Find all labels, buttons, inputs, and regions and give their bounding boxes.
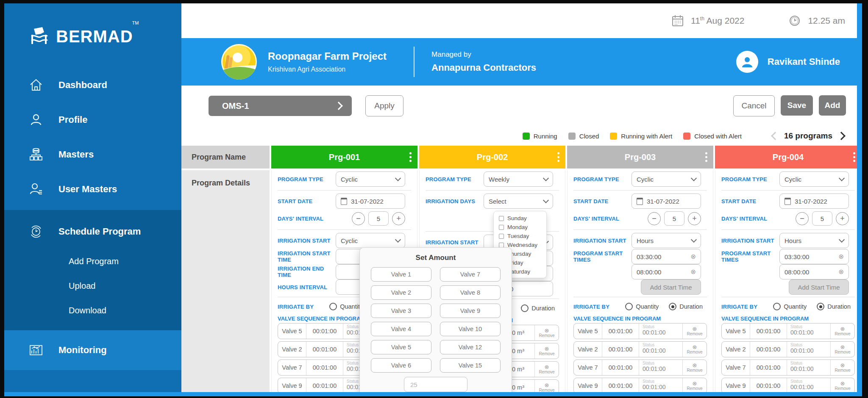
remove-valve-button[interactable]: ⊗Remove	[831, 360, 854, 375]
start-date-input[interactable]: 31-07-2022	[779, 193, 849, 209]
irrigate-by-duration-radio[interactable]: Duration	[817, 303, 851, 310]
start-time-input-2[interactable]: 08:00:00⊗	[632, 264, 701, 279]
irrigate-by-quantity-radio[interactable]: Quantity	[625, 303, 659, 310]
checkbox-icon[interactable]	[499, 243, 504, 248]
program-menu-icon[interactable]	[853, 152, 855, 162]
day-option-sunday[interactable]: Sunday	[499, 214, 541, 223]
checkbox-icon[interactable]	[499, 216, 504, 221]
valve-button-6[interactable]: Valve 6	[371, 358, 431, 373]
day-option-monday[interactable]: Monday	[499, 223, 541, 232]
legend-swatch-closed-alert	[683, 133, 690, 140]
sidebar-item-profile[interactable]: Profile	[4, 102, 181, 137]
irrigation-start-select[interactable]: Cyclic	[336, 233, 405, 248]
pager-prev-icon[interactable]	[771, 132, 779, 140]
clear-time-icon[interactable]: ⊗	[690, 268, 696, 276]
checkbox-icon[interactable]	[499, 225, 504, 230]
valve-button-7[interactable]: Valve 7	[440, 267, 501, 282]
irrigate-by-quantity-radio[interactable]: Quantity	[773, 303, 807, 310]
minus-button[interactable]: −	[648, 212, 661, 225]
irrigate-by-duration-radio[interactable]: Duration	[669, 303, 703, 310]
clear-time-icon[interactable]: ⊗	[838, 268, 844, 276]
oms-selector-button[interactable]: OMS-1	[209, 96, 352, 116]
sidebar-item-add-program[interactable]: Add Program	[4, 249, 181, 274]
pager-next-icon[interactable]	[837, 132, 846, 140]
start-date-input[interactable]: 31-07-2022	[632, 193, 701, 209]
legend-swatch-running	[523, 133, 530, 140]
sidebar-item-dashboard[interactable]: Dashboard	[4, 68, 181, 102]
remove-valve-button[interactable]: ⊗Remove	[831, 378, 854, 393]
add-button[interactable]: Add	[819, 95, 846, 116]
valve-button-8[interactable]: Valve 8	[440, 285, 501, 300]
program-menu-icon[interactable]	[409, 152, 412, 162]
clear-time-icon[interactable]: ⊗	[690, 253, 696, 260]
days-interval-value[interactable]: 5	[664, 211, 684, 226]
sidebar: BERMADTM Dashboard Profile	[4, 3, 181, 392]
irrigation-start-select[interactable]: Hours	[632, 233, 701, 248]
program-type-select[interactable]: Cyclic	[632, 171, 701, 187]
sidebar-item-download[interactable]: Download	[4, 298, 181, 323]
start-time-input-1[interactable]: 03:30:00⊗	[779, 249, 849, 264]
plus-button[interactable]: +	[688, 212, 701, 225]
sidebar-item-masters[interactable]: Masters	[4, 137, 181, 172]
irrigate-by-duration-radio[interactable]: Duration	[521, 304, 555, 312]
irrigation-start-select[interactable]: Hours	[779, 233, 849, 248]
valve-button-5[interactable]: Valve 5	[371, 340, 431, 354]
remove-valve-button[interactable]: ⊗Remove	[683, 323, 707, 339]
valve-button-2[interactable]: Valve 2	[371, 285, 431, 300]
user-avatar[interactable]	[736, 51, 758, 73]
plus-button[interactable]: +	[836, 212, 849, 225]
days-interval-stepper: − 5 +	[648, 211, 701, 226]
remove-valve-button[interactable]: ⊗Remove	[683, 342, 707, 357]
clear-time-icon[interactable]: ⊗	[838, 253, 844, 260]
irrigation-days-select[interactable]: Select	[484, 193, 553, 209]
program-type-select[interactable]: Weekly	[484, 171, 553, 187]
days-interval-value[interactable]: 5	[368, 211, 389, 226]
valve-button-15[interactable]: Valve 15	[440, 358, 501, 373]
remove-valve-button[interactable]: ⊗Remove	[535, 380, 559, 395]
plus-button[interactable]: +	[392, 212, 405, 225]
program-menu-icon[interactable]	[705, 152, 707, 162]
add-start-time-button[interactable]: Add Start Time	[641, 279, 701, 295]
apply-button[interactable]: Apply	[365, 95, 403, 116]
remove-valve-button[interactable]: ⊗Remove	[535, 325, 559, 340]
save-button[interactable]: Save	[781, 95, 813, 116]
remove-valve-button[interactable]: ⊗Remove	[683, 360, 707, 375]
valve-button-1[interactable]: Valve 1	[371, 267, 431, 282]
remove-valve-button[interactable]: ⊗Remove	[831, 342, 854, 357]
calendar-glyph-icon	[785, 198, 791, 205]
sidebar-item-schedule-program[interactable]: Schedule Program	[4, 214, 181, 249]
legend-closed: Closed	[568, 133, 599, 140]
remove-valve-button[interactable]: ⊗Remove	[535, 343, 559, 359]
days-interval-value[interactable]: 5	[812, 211, 832, 226]
remove-valve-button[interactable]: ⊗Remove	[535, 362, 559, 377]
grid-label-column: Program Name Program Details	[181, 146, 270, 392]
remove-valve-button[interactable]: ⊗Remove	[831, 323, 854, 339]
remove-valve-button[interactable]: ⊗Remove	[683, 378, 707, 393]
amount-input[interactable]	[404, 377, 467, 392]
chevron-down-icon	[395, 175, 401, 181]
valve-button-9[interactable]: Valve 9	[440, 304, 501, 318]
sidebar-item-label: Monitoring	[58, 345, 107, 356]
cancel-button[interactable]: Cancel	[733, 95, 775, 116]
irrigate-by-quantity-radio[interactable]: Quantity	[329, 303, 363, 310]
program-type-select[interactable]: Cyclic	[336, 171, 405, 187]
start-date-input[interactable]: 31-07-2022	[336, 193, 405, 209]
valve-button-10[interactable]: Valve 10	[440, 322, 501, 336]
sidebar-item-user-masters[interactable]: User Masters	[4, 172, 181, 207]
valve-button-12[interactable]: Valve 12	[440, 340, 501, 354]
start-time-input-1[interactable]: 03:30:00⊗	[632, 249, 701, 264]
minus-button[interactable]: −	[352, 212, 365, 225]
day-option-tuesday[interactable]: Tuesday	[499, 232, 541, 240]
valve-row: Valve 7 00:01:00 Status00:01:00 ⊗Remove	[721, 359, 855, 376]
sidebar-item-monitoring[interactable]: Monitoring	[4, 333, 181, 368]
add-start-time-button[interactable]: Add Start Time	[789, 279, 849, 295]
sidebar-item-upload[interactable]: Upload	[4, 274, 181, 298]
checkbox-icon[interactable]	[499, 234, 504, 239]
valve-button-3[interactable]: Valve 3	[371, 304, 431, 318]
legend-swatch-running-alert	[610, 133, 617, 140]
program-type-select[interactable]: Cyclic	[779, 171, 849, 187]
valve-button-4[interactable]: Valve 4	[371, 322, 431, 336]
start-time-input-2[interactable]: 08:00:00⊗	[779, 264, 849, 279]
minus-button[interactable]: −	[796, 212, 809, 225]
program-menu-icon[interactable]	[557, 152, 559, 162]
